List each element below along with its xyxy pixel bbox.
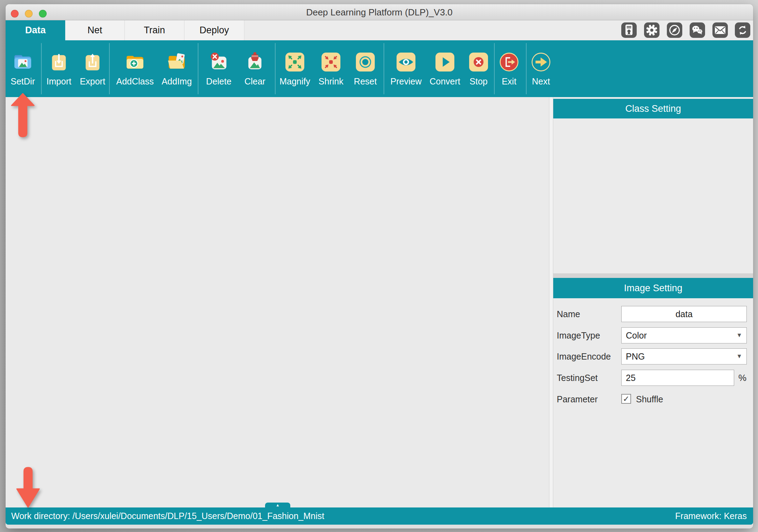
image-encode-row: ImageEncode PNG ▼ [553,348,753,364]
image-type-value: Color [626,330,647,340]
check-icon: ✓ [623,394,629,403]
image-encode-dropdown[interactable]: PNG ▼ [621,348,747,364]
name-row: Name [553,306,753,322]
parameter-label: Parameter [557,394,598,404]
image-type-label: ImageType [557,327,600,343]
compass-icon[interactable] [667,22,682,38]
magnify-button[interactable]: Magnify [274,52,316,87]
chevron-down-icon: ▼ [736,349,742,364]
tab-data[interactable]: Data [6,20,65,40]
parameter-row: Parameter ✓ Shuffle [553,394,753,405]
addimg-button[interactable]: AddImg [156,52,198,87]
exit-icon [499,52,519,72]
image-canvas [6,97,549,507]
addclass-folder-icon [125,52,145,72]
testing-set-label: TestingSet [557,370,598,386]
chevron-down-icon: ▼ [736,328,742,343]
certificate-icon[interactable] [621,22,637,38]
settings-gear-icon[interactable] [644,22,659,38]
reset-button[interactable]: Reset [344,52,386,87]
testing-set-input[interactable] [621,370,734,386]
tab-deploy[interactable]: Deploy [184,20,244,40]
shuffle-label: Shuffle [636,394,663,404]
testing-set-row: TestingSet % [553,370,753,386]
next-arrow-icon [531,52,551,72]
next-button[interactable]: Next [520,52,562,87]
window-bottom-strip [6,525,753,528]
clear-icon [245,52,265,72]
convert-play-icon [435,52,455,72]
name-label: Name [557,306,580,322]
reset-icon [355,52,375,72]
image-type-dropdown[interactable]: Color ▼ [621,327,747,343]
clear-button[interactable]: Clear [234,52,276,87]
statusbar-expand-handle[interactable]: ▲ [265,503,290,507]
panel-divider [549,97,553,507]
status-bar: Work directory: /Users/xulei/Documents/D… [6,507,753,525]
chevron-up-icon: ▲ [276,503,280,507]
delete-icon [209,52,229,72]
shuffle-checkbox[interactable]: ✓ [621,394,631,404]
wechat-icon[interactable] [690,22,705,38]
image-setting-header: Image Setting [553,278,753,298]
preview-eye-icon [396,52,416,72]
image-type-row: ImageType Color ▼ [553,327,753,343]
framework-text: Framework: Keras [675,507,747,525]
image-encode-value: PNG [626,352,645,361]
import-icon [49,52,69,72]
window-title: Deep Learning Platform (DLP)_V3.0 [6,4,753,20]
shrink-icon [321,52,341,72]
tab-net[interactable]: Net [65,20,125,40]
work-directory-text: Work directory: /Users/xulei/Documents/D… [11,507,324,525]
tab-train[interactable]: Train [125,20,184,40]
sync-icon[interactable] [735,22,750,38]
class-setting-header: Class Setting [553,99,753,118]
app-window: Deep Learning Platform (DLP)_V3.0 Data N… [6,4,753,528]
toolbar: SetDir Import Export [6,40,753,97]
section-divider [553,273,753,278]
title-bar: Deep Learning Platform (DLP)_V3.0 [6,4,753,20]
export-button[interactable]: Export [72,52,114,87]
export-icon [82,52,103,72]
stop-icon [468,52,489,72]
delete-button[interactable]: Delete [198,52,240,87]
tab-bar: Data Net Train Deploy [6,20,753,40]
addimg-folder-icon [167,52,187,72]
magnify-icon [285,52,305,72]
addclass-button[interactable]: AddClass [114,52,156,87]
image-encode-label: ImageEncode [557,348,611,364]
side-panel: Class Setting Image Setting Name ImageTy… [553,97,753,507]
mail-icon[interactable] [712,22,728,38]
preview-button[interactable]: Preview [385,52,427,87]
name-input[interactable] [621,306,747,322]
setdir-folder-icon [13,52,33,72]
percent-unit: % [738,370,746,386]
